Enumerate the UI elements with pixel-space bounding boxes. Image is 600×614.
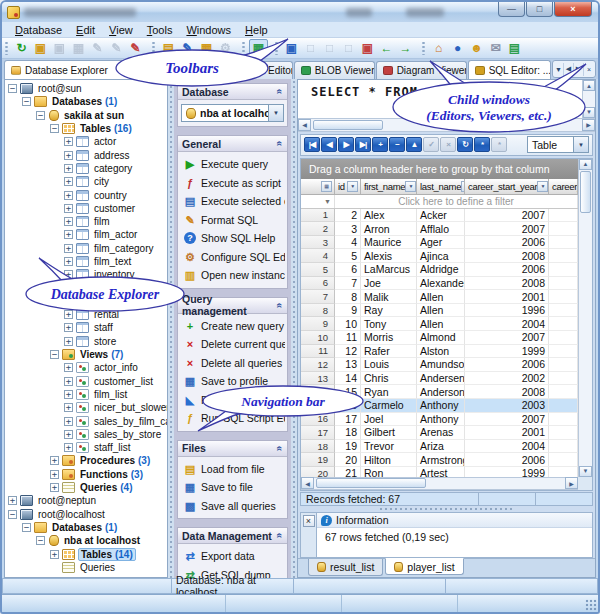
cell-last-name[interactable]: Ariza	[417, 440, 465, 454]
cell-career-start-year[interactable]: 2008	[465, 385, 549, 399]
column-dropdown-icon[interactable]: ▼	[405, 181, 416, 192]
cell-id[interactable]: 18	[335, 426, 361, 440]
cell-first-name[interactable]: LaMarcus	[361, 263, 417, 277]
cell-id[interactable]: 9	[335, 304, 361, 318]
tree-node-views[interactable]: −Views(7)	[5, 348, 167, 361]
cell-career[interactable]	[549, 263, 578, 277]
cell-career-start-year[interactable]: 2003	[465, 399, 549, 413]
nav-fetch-all-button[interactable]: *	[474, 137, 490, 152]
tree-node-address[interactable]: +address	[5, 148, 167, 161]
cell-first-name[interactable]: Gilbert	[361, 426, 417, 440]
tree-node-queries[interactable]: Queries	[5, 561, 167, 574]
table-row[interactable]: 1314ChrisAndersen2002	[301, 372, 578, 386]
expand-icon[interactable]: +	[8, 496, 17, 505]
nav-last-button[interactable]: ▶|	[355, 137, 371, 152]
cell-career-start-year[interactable]: 2002	[465, 372, 549, 386]
toolbar-grip-icon[interactable]	[422, 41, 426, 55]
expand-icon[interactable]: +	[64, 323, 73, 332]
mail-icon[interactable]: ✉	[486, 39, 505, 57]
cell-first-name[interactable]: Chris	[361, 372, 417, 386]
collapse-chevron-icon[interactable]: «	[275, 89, 286, 95]
expand-icon[interactable]: +	[64, 230, 73, 239]
cell-career-start-year[interactable]: 2004	[465, 440, 549, 454]
expand-icon[interactable]: +	[64, 204, 73, 213]
tree-node-tables[interactable]: −Tables(16)	[5, 122, 167, 135]
cell-career[interactable]	[549, 426, 578, 440]
cell-id[interactable]: 7	[335, 277, 361, 291]
expand-icon[interactable]: +	[64, 137, 73, 146]
column-header-last-name[interactable]: last_name▼	[417, 179, 465, 194]
cell-career-start-year[interactable]: 2007	[465, 222, 549, 236]
navbar-item-execute-query[interactable]: ▶Execute query	[180, 155, 285, 174]
column-dropdown-icon[interactable]: ▼	[347, 181, 358, 192]
expand-icon[interactable]: +	[64, 297, 73, 306]
table-row[interactable]: 1213LouisAmundson2006	[301, 358, 578, 372]
scrollbar-thumb[interactable]	[316, 478, 426, 488]
nav-delete-button[interactable]: −	[389, 137, 405, 152]
editor-vertical-scrollbar[interactable]: ▲ ▼	[582, 80, 595, 118]
expand-icon[interactable]: +	[64, 310, 73, 319]
cell-id[interactable]: 11	[335, 331, 361, 345]
expand-icon[interactable]: +	[64, 257, 73, 266]
menu-windows[interactable]: Windows	[179, 23, 238, 37]
scroll-up-icon[interactable]: ▲	[579, 159, 592, 170]
group-by-box[interactable]: Drag a column header here to group by th…	[301, 159, 578, 179]
grid-filter-row[interactable]: ▼ Click here to define a filter	[301, 195, 578, 209]
cell-career-start-year[interactable]: 2001	[465, 290, 549, 304]
scroll-right-icon[interactable]: ▶	[582, 119, 595, 131]
cell-career-start-year[interactable]: 2004	[465, 317, 549, 331]
cell-first-name[interactable]: Trevor	[361, 440, 417, 454]
minimize-button[interactable]: —	[498, 2, 525, 17]
cell-first-name[interactable]: Morris	[361, 331, 417, 345]
navbar-item-format-sql[interactable]: ✎Format SQL	[180, 211, 285, 230]
tree-node-store[interactable]: +store	[5, 335, 167, 348]
cell-first-name[interactable]: Arron	[361, 222, 417, 236]
tree-node-tables[interactable]: +Tables(14)	[5, 547, 167, 560]
cell-career-start-year[interactable]: 2001	[465, 426, 549, 440]
menu-help[interactable]: Help	[238, 23, 275, 37]
back-icon[interactable]: ←	[377, 39, 396, 57]
tree-node-sales-by-film-category[interactable]: +sales_by_film_category	[5, 414, 167, 427]
cell-career[interactable]	[549, 440, 578, 454]
table-row[interactable]: 89RayAllen1996	[301, 304, 578, 318]
grid-vertical-scrollbar[interactable]: ▲ ▼	[578, 159, 592, 477]
cell-id[interactable]: 20	[335, 453, 361, 467]
dropdown-icon[interactable]: ▼	[268, 105, 283, 121]
cell-last-name[interactable]: Alston	[417, 345, 465, 359]
expand-icon[interactable]: +	[50, 550, 59, 559]
nav-first-button[interactable]: |◀	[304, 137, 320, 152]
web-icon[interactable]: ●	[448, 39, 467, 57]
cell-career[interactable]	[549, 413, 578, 427]
cell-id[interactable]: 4	[335, 236, 361, 250]
expand-icon[interactable]: +	[50, 483, 59, 492]
cell-career-start-year[interactable]: 2006	[465, 358, 549, 372]
database-selector[interactable]: nba at localhost▼	[181, 104, 284, 122]
tree-node-film[interactable]: +film	[5, 215, 167, 228]
tree-node-sales-by-store[interactable]: +sales_by_store	[5, 428, 167, 441]
collapse-chevron-icon[interactable]: «	[275, 302, 286, 308]
resize-grip[interactable]	[585, 599, 597, 611]
menu-tools[interactable]: Tools	[140, 23, 180, 37]
expand-icon[interactable]: +	[64, 177, 73, 186]
cell-first-name[interactable]: Joel	[361, 413, 417, 427]
cell-last-name[interactable]: Afflalo	[417, 222, 465, 236]
tree-node-film-list[interactable]: +film_list	[5, 388, 167, 401]
expand-icon[interactable]: +	[64, 191, 73, 200]
table-row[interactable]: 34MauriceAger2006	[301, 236, 578, 250]
table-row[interactable]: 1415RyanAnderson2008	[301, 385, 578, 399]
cell-career[interactable]	[549, 453, 578, 467]
cell-career[interactable]	[549, 317, 578, 331]
filter-cell[interactable]: ▼	[301, 195, 335, 208]
menu-database[interactable]: Database	[8, 23, 69, 37]
column-header-career-start-year[interactable]: career_start_year▼	[465, 179, 549, 194]
tree-node-root-localhost[interactable]: −root@localhost	[5, 508, 167, 521]
tab-close-icon[interactable]: ×	[584, 63, 594, 76]
table-row[interactable]: 1819TrevorAriza2004	[301, 440, 578, 454]
tab-database-explorer[interactable]: Database Explorer	[4, 60, 170, 79]
cell-career[interactable]	[549, 209, 578, 223]
table-data-icon[interactable]: ▦	[249, 39, 268, 57]
tab-sql-editor-[interactable]: SQL Editor: ...	[468, 60, 551, 79]
cell-last-name[interactable]: Allen	[417, 290, 465, 304]
cell-id[interactable]: 5	[335, 249, 361, 263]
cell-id[interactable]: 10	[335, 317, 361, 331]
